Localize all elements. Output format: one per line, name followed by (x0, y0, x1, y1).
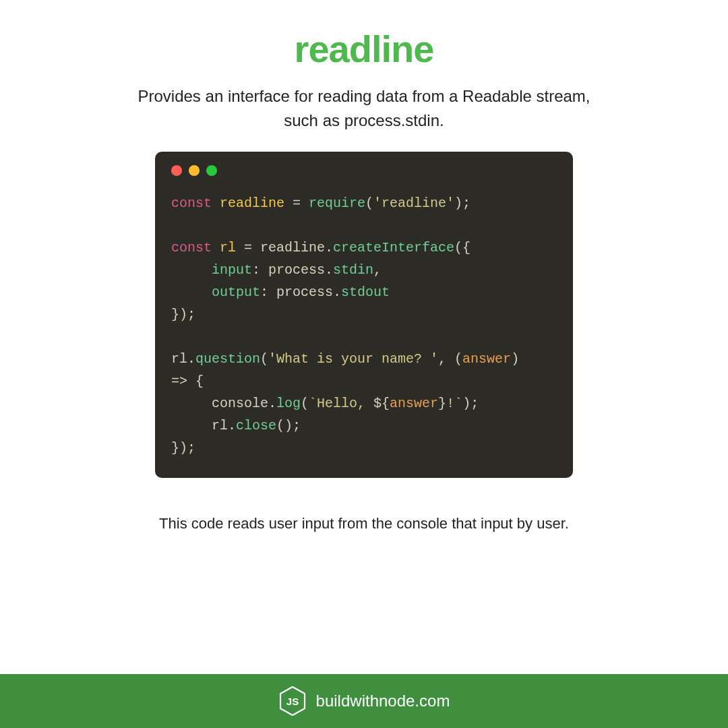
nodejs-icon: JS (278, 686, 307, 717)
caption: This code reads user input from the cons… (159, 515, 569, 533)
footer-text: buildwithnode.com (316, 692, 450, 710)
traffic-lights (171, 165, 557, 176)
code-window: const readline = require('readline'); co… (155, 152, 573, 478)
main-content: readline Provides an interface for readi… (0, 0, 728, 674)
maximize-icon (206, 165, 217, 176)
subtitle: Provides an interface for reading data f… (128, 84, 600, 133)
minimize-icon (189, 165, 200, 176)
code-block: const readline = require('readline'); co… (171, 192, 557, 459)
close-icon (171, 165, 182, 176)
page-title: readline (295, 27, 434, 71)
footer: JS buildwithnode.com (0, 674, 728, 728)
svg-text:JS: JS (286, 696, 298, 707)
